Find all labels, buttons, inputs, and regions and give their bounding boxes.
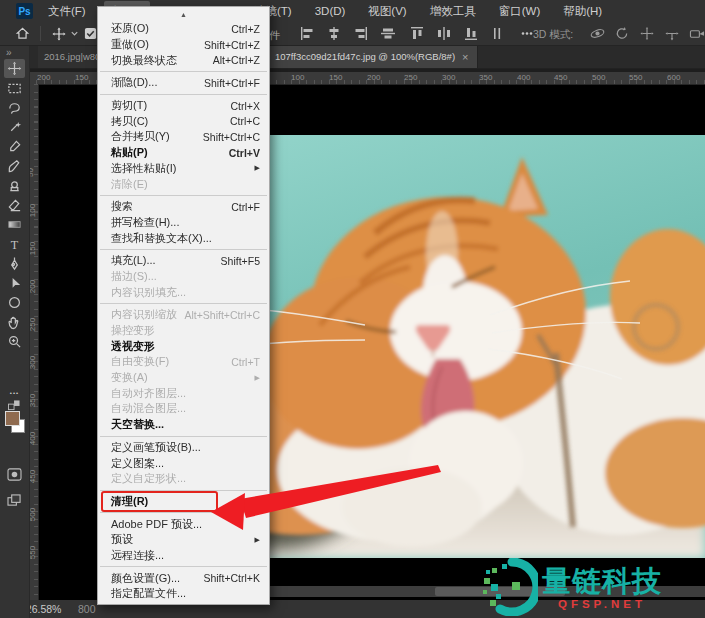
collapse-panel-icon[interactable]: » [6, 47, 12, 58]
menu-item-选择性粘贴I[interactable]: 选择性粘贴(I)▶ [98, 161, 269, 177]
3d-mode-label: 3D 模式: [533, 28, 573, 42]
extra-icons-group [488, 25, 536, 42]
path-select-tool[interactable] [4, 274, 25, 293]
menu-item-label: 描边(S)... [111, 269, 157, 284]
menu-item-label: 自动对齐图层... [111, 386, 186, 401]
type-tool[interactable]: T [4, 235, 25, 254]
submenu-arrow-icon: ▶ [255, 497, 260, 505]
align-vertical-centers-icon[interactable] [325, 25, 343, 42]
3d-slide-icon[interactable] [663, 25, 681, 42]
marquee-tool[interactable] [4, 79, 25, 98]
menu-item-label: 查找和替换文本(X)... [111, 231, 212, 246]
menubar-item-视图(V)[interactable]: 视图(V) [364, 1, 410, 22]
menu-item-搜索[interactable]: 搜索Ctrl+F [98, 199, 269, 215]
menubar-item-窗口(W)[interactable]: 窗口(W) [495, 1, 545, 22]
align-horizontal-centers-icon[interactable] [379, 25, 397, 42]
menu-item-指定配置文件[interactable]: 指定配置文件... [98, 586, 269, 602]
3d-roll-icon[interactable] [613, 25, 631, 42]
menubar-item-增效工具[interactable]: 增效工具 [426, 1, 480, 22]
menu-item-查找和替换文本X[interactable]: 查找和替换文本(X)... [98, 230, 269, 246]
menu-item-颜色设置G[interactable]: 颜色设置(G)...Shift+Ctrl+K [98, 570, 269, 586]
menubar-item-帮助(H)[interactable]: 帮助(H) [559, 1, 606, 22]
eyedropper-tool[interactable] [4, 137, 25, 156]
menu-item-shortcut: Ctrl+V [229, 147, 260, 159]
gradient-tool[interactable] [4, 215, 25, 234]
menu-separator [100, 566, 267, 567]
3d-mode-icons-group [588, 25, 705, 42]
menu-item-定义图案[interactable]: 定义图案... [98, 455, 269, 471]
brush-tool[interactable] [4, 157, 25, 176]
lasso-tool[interactable] [4, 98, 25, 117]
watermark-logo-icon [482, 558, 538, 616]
menubar-item-文件(F)[interactable]: 文件(F) [44, 1, 90, 22]
tab-close-icon[interactable]: × [462, 51, 468, 63]
menu-item-切换最终状态[interactable]: 切换最终状态Alt+Ctrl+Z [98, 52, 269, 68]
menubar-item-3D(D)[interactable]: 3D(D) [311, 2, 350, 20]
menu-item-label: 拷贝(C) [111, 114, 148, 129]
3d-camera-icon[interactable] [688, 25, 705, 42]
menu-item-定义画笔预设B[interactable]: 定义画笔预设(B)... [98, 440, 269, 456]
menu-item-渐隐D[interactable]: 渐隐(D)...Shift+Ctrl+F [98, 75, 269, 91]
home-icon[interactable] [14, 25, 31, 42]
menu-item-预设[interactable]: 预设▶ [98, 532, 269, 548]
move-tool-icon[interactable] [50, 25, 67, 42]
ruler-label: 150 [75, 73, 88, 82]
menu-item-重做O[interactable]: 重做(O)Shift+Ctrl+Z [98, 37, 269, 53]
menu-item-label: 指定配置文件... [111, 586, 186, 601]
menu-item-还原O[interactable]: 还原(O)Ctrl+Z [98, 21, 269, 37]
menu-item-拼写检查H[interactable]: 拼写检查(H)... [98, 215, 269, 231]
menu-item-天空替换[interactable]: 天空替换... [98, 417, 269, 433]
chevron-down-icon[interactable] [66, 25, 83, 42]
distribute-vertical-icon[interactable] [488, 25, 506, 42]
quick-select-tool[interactable] [4, 118, 25, 137]
3d-orbit-icon[interactable] [588, 25, 606, 42]
ruler-label: 500 [592, 73, 605, 82]
3d-pan-icon[interactable] [638, 25, 656, 42]
menu-item-剪切T[interactable]: 剪切(T)Ctrl+X [98, 98, 269, 114]
menu-scroll-up-icon[interactable]: ▲ [98, 8, 269, 21]
menu-item-label: 内容识别缩放 [111, 307, 177, 322]
menu-item-合并拷贝Y[interactable]: 合并拷贝(Y)Shift+Ctrl+C [98, 129, 269, 145]
menu-item-label: 天空替换... [111, 417, 164, 432]
menubar-right: 滤镜(T)3D(D)视图(V)增效工具窗口(W)帮助(H) [250, 0, 606, 22]
menu-item-label: 操控变形 [111, 323, 155, 338]
align-left-edges-icon[interactable] [298, 25, 316, 42]
watermark-subtitle: QFSP.NET [558, 598, 646, 610]
ellipse-tool[interactable] [4, 293, 25, 312]
align-right-edges-icon[interactable] [352, 25, 370, 42]
eraser-tool[interactable] [4, 196, 25, 215]
menu-item-label: 自由变换(F) [111, 354, 169, 369]
menu-item-清理R[interactable]: 清理(R)▶ [98, 494, 269, 510]
ruler-label: 300 [442, 73, 455, 82]
menu-separator [100, 436, 267, 437]
move-tool[interactable] [4, 59, 25, 78]
menu-item-label: 选择性粘贴(I) [111, 161, 176, 176]
zoom-tool[interactable] [4, 332, 25, 351]
menu-item-透视变形[interactable]: 透视变形 [98, 338, 269, 354]
menu-item-自动对齐图层: 自动对齐图层... [98, 385, 269, 401]
menu-item-label: 颜色设置(G)... [111, 571, 180, 586]
hand-tool[interactable] [4, 313, 25, 332]
distribute-horizontal-icon[interactable] [435, 25, 453, 42]
menu-item-label: 填充(L)... [111, 253, 156, 268]
clone-stamp-tool[interactable] [4, 176, 25, 195]
document-tab-2[interactable]: 107ff3cc09d21fd47c.jpg @ 100%(RGB/8#)× [269, 45, 478, 68]
menu-item-填充L[interactable]: 填充(L)...Shift+F5 [98, 253, 269, 269]
menu-item-拷贝C[interactable]: 拷贝(C)Ctrl+C [98, 113, 269, 129]
menu-item-远程连接[interactable]: 远程连接... [98, 548, 269, 564]
menu-item-label: 合并拷贝(Y) [111, 129, 170, 144]
menu-item-shortcut: Ctrl+Z [231, 23, 260, 35]
menu-item-AdobePDF预设[interactable]: Adobe PDF 预设... [98, 516, 269, 532]
menu-item-label: 定义自定形状... [111, 471, 186, 486]
foreground-color-swatch[interactable] [5, 411, 20, 426]
foreground-background-swatches[interactable] [5, 411, 24, 437]
quick-mask-icon[interactable] [4, 465, 25, 484]
menu-item-粘贴P[interactable]: 粘贴(P)Ctrl+V [98, 145, 269, 161]
menu-item-自动混合图层: 自动混合图层... [98, 401, 269, 417]
pen-tool[interactable] [4, 254, 25, 273]
distribute-top-icon[interactable] [408, 25, 426, 42]
menu-item-shortcut: Shift+Ctrl+C [203, 131, 260, 143]
ruler-label: 200 [367, 73, 380, 82]
screen-mode-icon[interactable] [4, 491, 25, 510]
distribute-bottom-icon[interactable] [462, 25, 480, 42]
